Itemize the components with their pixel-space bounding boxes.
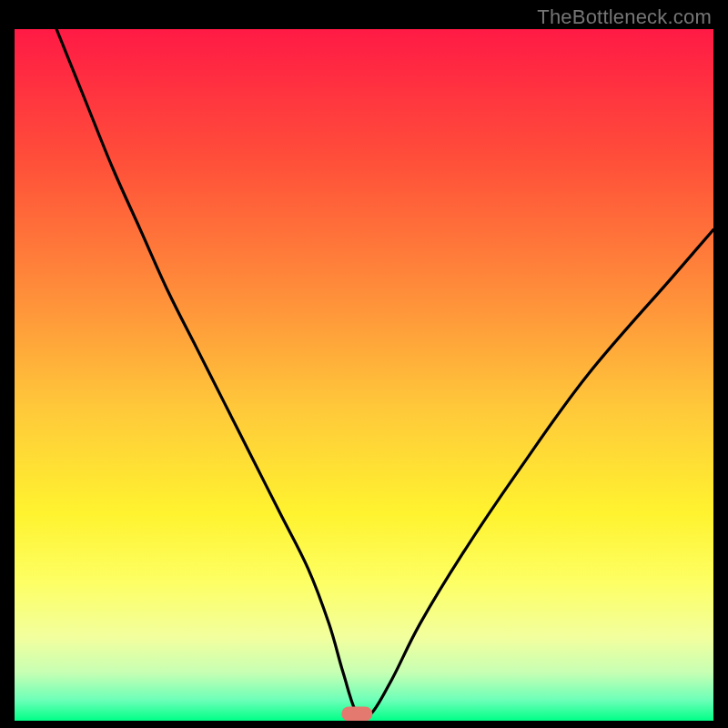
plot-background <box>15 29 713 721</box>
optimal-marker <box>341 706 372 721</box>
chart-frame <box>15 29 713 721</box>
watermark-text: TheBottleneck.com <box>537 5 712 29</box>
bottleneck-chart <box>15 29 713 721</box>
